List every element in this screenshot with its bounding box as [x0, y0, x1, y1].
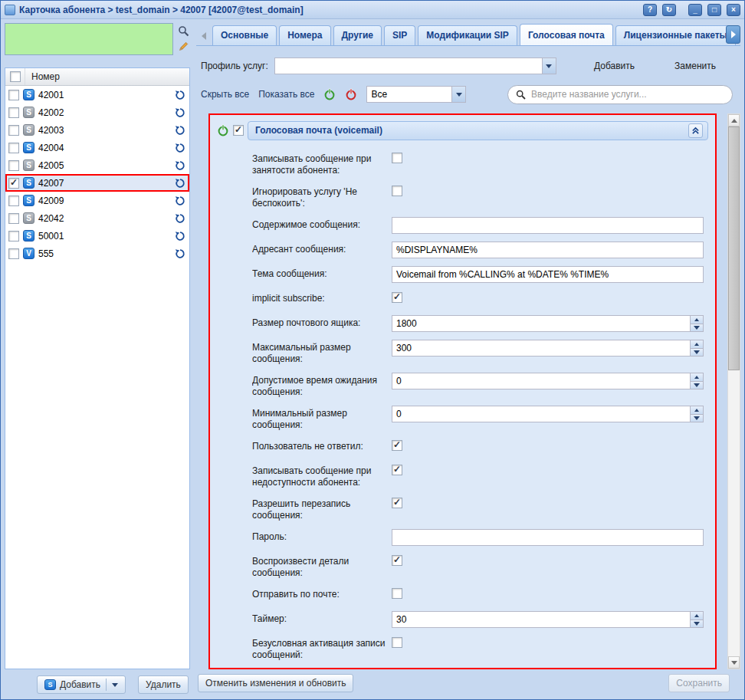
- profile-combo[interactable]: [274, 58, 556, 74]
- history-icon[interactable]: [175, 107, 185, 118]
- history-icon[interactable]: [175, 248, 185, 259]
- field-input[interactable]: [392, 267, 703, 282]
- number-column-header[interactable]: Номер: [25, 71, 60, 82]
- service-filter-input[interactable]: [367, 87, 451, 102]
- row-checkbox[interactable]: [8, 178, 19, 189]
- content-scrollbar[interactable]: [727, 113, 740, 669]
- row-checkbox[interactable]: [8, 125, 19, 136]
- field-input[interactable]: [392, 373, 690, 389]
- subscriber-number[interactable]: 42007: [38, 178, 171, 189]
- row-checkbox[interactable]: [8, 248, 19, 259]
- subscriber-number[interactable]: 50001: [38, 231, 171, 242]
- refresh-button[interactable]: ↻: [662, 4, 676, 16]
- edit-pencil-icon[interactable]: [178, 41, 189, 52]
- profile-combo-input[interactable]: [275, 58, 542, 74]
- spin-down-icon[interactable]: [691, 349, 703, 357]
- row-checkbox[interactable]: [8, 143, 19, 153]
- tab[interactable]: Номера: [279, 25, 330, 45]
- tab-scroll-right-icon[interactable]: [726, 25, 740, 44]
- field-checkbox[interactable]: [392, 465, 402, 475]
- field-input[interactable]: [392, 340, 690, 356]
- history-icon[interactable]: [175, 178, 185, 189]
- tab[interactable]: Другие: [333, 25, 382, 45]
- add-dropdown-icon[interactable]: [112, 683, 118, 687]
- scrollbar-thumb[interactable]: [728, 127, 740, 370]
- delete-subscriber-button[interactable]: Удалить: [138, 675, 189, 694]
- number-spinner[interactable]: [690, 373, 703, 389]
- subscriber-number[interactable]: 42003: [38, 125, 171, 136]
- subscriber-number[interactable]: 42002: [38, 107, 171, 118]
- field-checkbox[interactable]: [392, 588, 402, 599]
- tab[interactable]: Голосовая почта: [520, 24, 613, 45]
- spin-down-icon[interactable]: [691, 620, 703, 628]
- spin-up-icon[interactable]: [691, 373, 703, 382]
- field-input[interactable]: [392, 316, 690, 331]
- history-icon[interactable]: [175, 143, 185, 153]
- subscriber-number[interactable]: 42042: [38, 213, 171, 224]
- subscriber-row[interactable]: S 42042: [5, 209, 189, 227]
- spin-down-icon[interactable]: [691, 415, 703, 422]
- row-checkbox[interactable]: [8, 90, 19, 100]
- subscriber-row[interactable]: S 42003: [5, 121, 189, 139]
- service-search-box[interactable]: [507, 85, 733, 104]
- field-input[interactable]: [392, 530, 703, 545]
- number-spinner[interactable]: [690, 340, 703, 356]
- field-checkbox[interactable]: [392, 153, 402, 163]
- voicemail-panel-header[interactable]: Голосовая почта (voicemail): [248, 121, 708, 140]
- history-icon[interactable]: [175, 90, 185, 100]
- close-button[interactable]: ×: [727, 4, 740, 16]
- service-enabled-checkbox[interactable]: [233, 125, 244, 136]
- number-spinner[interactable]: [690, 406, 703, 422]
- disable-all-power-icon[interactable]: [345, 88, 357, 100]
- spin-up-icon[interactable]: [691, 612, 703, 620]
- subscriber-row[interactable]: S 42004: [5, 139, 189, 156]
- history-icon[interactable]: [175, 213, 185, 224]
- minimize-button[interactable]: _: [688, 4, 702, 16]
- field-checkbox[interactable]: [392, 292, 402, 303]
- quick-search-input[interactable]: [5, 23, 173, 55]
- history-icon[interactable]: [175, 125, 185, 136]
- field-checkbox[interactable]: [392, 186, 402, 196]
- subscriber-row[interactable]: S 42009: [5, 192, 189, 209]
- spin-up-icon[interactable]: [691, 406, 703, 415]
- row-checkbox[interactable]: [8, 213, 19, 224]
- subscriber-number[interactable]: 42004: [38, 143, 171, 153]
- profile-replace-button[interactable]: Заменить: [671, 59, 719, 73]
- history-icon[interactable]: [175, 231, 185, 242]
- show-all-button[interactable]: Показать все: [258, 89, 314, 100]
- field-input[interactable]: [392, 218, 703, 233]
- subscriber-row[interactable]: V 555: [5, 245, 189, 262]
- spin-down-icon[interactable]: [691, 382, 703, 389]
- service-filter-trigger-icon[interactable]: [451, 87, 465, 102]
- profile-combo-trigger-icon[interactable]: [542, 58, 556, 74]
- row-checkbox[interactable]: [8, 231, 19, 242]
- service-search-input[interactable]: [531, 89, 724, 100]
- history-icon[interactable]: [175, 160, 185, 171]
- tab[interactable]: Основные: [212, 25, 277, 45]
- select-all-checkbox[interactable]: [10, 71, 21, 82]
- subscriber-number[interactable]: 555: [38, 248, 171, 259]
- number-spinner[interactable]: [690, 612, 703, 627]
- collapse-panel-icon[interactable]: [688, 123, 703, 138]
- field-checkbox[interactable]: [392, 498, 402, 508]
- scroll-up-icon[interactable]: [728, 114, 740, 127]
- field-input[interactable]: [392, 242, 703, 258]
- add-subscriber-button[interactable]: S Добавить: [37, 675, 126, 694]
- field-input[interactable]: [392, 612, 690, 627]
- subscriber-row[interactable]: S 42002: [5, 104, 189, 121]
- scroll-down-icon[interactable]: [728, 656, 740, 669]
- subscriber-number[interactable]: 42005: [38, 160, 171, 171]
- cancel-and-refresh-button[interactable]: Отменить изменения и обновить: [198, 674, 353, 692]
- field-checkbox[interactable]: [392, 440, 402, 451]
- tab[interactable]: Модификации SIP: [418, 25, 517, 45]
- tab[interactable]: SIP: [384, 25, 415, 45]
- save-button[interactable]: Сохранить: [668, 674, 730, 692]
- service-enabled-power-icon[interactable]: [217, 124, 229, 136]
- help-button[interactable]: ?: [643, 4, 657, 16]
- row-checkbox[interactable]: [8, 160, 19, 171]
- subscriber-row[interactable]: S 42005: [5, 156, 189, 174]
- field-checkbox[interactable]: [392, 555, 402, 566]
- maximize-button[interactable]: □: [707, 4, 721, 16]
- subscriber-row[interactable]: S 42001: [5, 86, 189, 104]
- search-icon[interactable]: [178, 25, 189, 37]
